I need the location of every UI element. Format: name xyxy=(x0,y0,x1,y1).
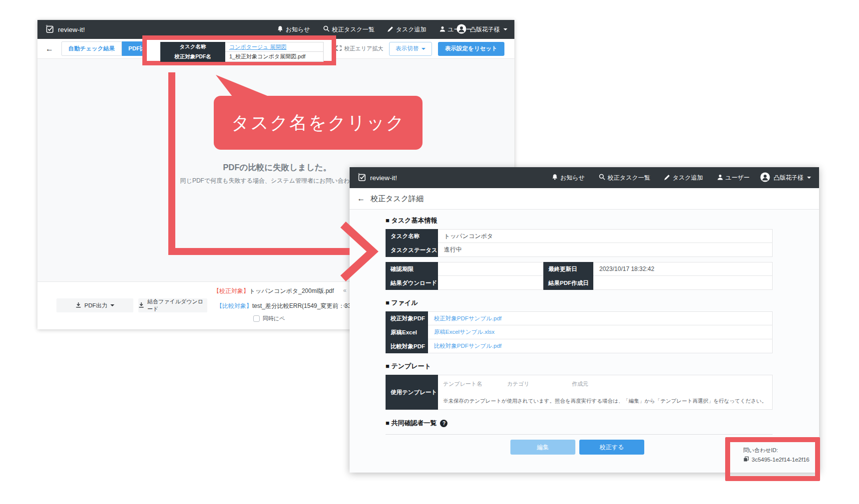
nav-menu: お知らせ 校正タスク一覧 タスク追加 ユーザー xyxy=(552,174,750,182)
action-buttons: 編集 校正する xyxy=(386,440,773,455)
popup-task-name-label: タスク名称 xyxy=(160,42,225,52)
sync-page-label: 同時にペ xyxy=(263,315,285,322)
deadline-value xyxy=(438,262,543,276)
account-name: 凸版花子様 xyxy=(774,174,804,182)
compare-pdf-link[interactable]: 比較対象PDFサンプル.pdf xyxy=(434,342,501,350)
section-template-heading: ■ テンプレート xyxy=(386,362,819,371)
pencil-icon xyxy=(664,174,670,182)
manuscript-excel-link[interactable]: 原稿Excelサンプル.xlsx xyxy=(434,328,494,336)
file-cell: 原稿Excelサンプル.xlsx xyxy=(428,325,773,339)
expand-icon xyxy=(336,45,342,52)
table-gap xyxy=(386,257,819,262)
file-cell: 比較対象PDFサンプル.pdf xyxy=(428,339,773,353)
task-status-value: 進行中 xyxy=(438,243,773,257)
section-divider xyxy=(386,434,773,435)
user-icon xyxy=(717,174,723,182)
avatar-icon xyxy=(760,172,770,184)
template-detail-cell: テンプレート名 カテゴリ 作成元 ※未保存のテンプレートが使用されています。照合… xyxy=(438,375,773,410)
nav-item-task-list[interactable]: 校正タスク一覧 xyxy=(323,25,375,34)
section-basic-heading: ■ タスク基本情報 xyxy=(386,216,819,225)
section-reviewers-heading: ■ 共同確認者一覧 xyxy=(386,419,436,428)
collapse-toggle[interactable]: « xyxy=(343,302,347,309)
deadline-label: 確認期限 xyxy=(386,262,438,276)
back-arrow-button[interactable]: ← xyxy=(45,44,53,53)
result-date-label: 結果PDF作成日 xyxy=(543,276,593,290)
toolbar-right-group: 校正エリア拡大 表示切替 表示設定をリセット xyxy=(336,42,504,56)
updated-value: 2023/10/17 18:32:42 xyxy=(593,262,773,276)
download-icon xyxy=(138,302,144,309)
result-download-label: 結果ダウンロード xyxy=(386,276,438,290)
task-popup-table: タスク名称 コンポタージュ 展開図 校正対象PDF名 1_校正対象コンポタ展開図… xyxy=(160,42,324,62)
table-row: 確認期限 最終更新日 2023/10/17 18:32:42 xyxy=(386,262,819,276)
brand-logo[interactable]: review-it! xyxy=(45,24,85,35)
template-col-category: カテゴリ xyxy=(507,380,529,388)
nav-item-task-add[interactable]: タスク追加 xyxy=(388,25,427,34)
account-menu[interactable]: 凸版花子様 xyxy=(456,24,507,35)
compare-tag: 【比較対象】 xyxy=(216,302,252,309)
search-icon xyxy=(599,174,605,182)
result-date-value xyxy=(593,276,773,290)
table-row: 比較対象PDF 比較対象PDFサンプル.pdf xyxy=(386,339,819,353)
proof-pdf-link[interactable]: 校正対象PDFサンプル.pdf xyxy=(434,315,501,322)
compare-pdf-label: 比較対象PDF xyxy=(386,339,428,353)
pencil-icon xyxy=(388,26,394,33)
window-task-detail: review-it! お知らせ 校正タスク一覧 タスク追加 ユーザー xyxy=(350,167,819,473)
template-note: ※未保存のテンプレートが使用されています。照合を再度実行する場合は、「編集」から… xyxy=(443,398,767,405)
chevron-down-icon xyxy=(110,304,114,306)
screenshot-canvas: review-it! お知らせ 校正タスク一覧 タスク追加 ユーザー xyxy=(0,0,859,504)
chevron-down-icon xyxy=(807,177,811,179)
nav-item-notice[interactable]: お知らせ xyxy=(277,25,310,34)
nav-item-task-list[interactable]: 校正タスク一覧 xyxy=(599,174,650,182)
popup-pdf-name-value: 1_校正対象コンポタ展開図.pdf xyxy=(225,52,324,62)
nav-item-users[interactable]: ユーザー xyxy=(717,174,750,182)
compare-file-line: 【比較対象】test_差分比較ERR(1549_変更前：33176-5... xyxy=(216,302,372,310)
page-header: ← 校正タスク詳細 xyxy=(350,188,819,210)
account-name: 凸版花子様 xyxy=(470,25,500,34)
nav-item-notice[interactable]: お知らせ xyxy=(552,174,585,182)
table-row: タスク名称 コンポタージュ 展開図 xyxy=(160,42,324,52)
table-row: 結果ダウンロード 結果PDF作成日 xyxy=(386,276,819,290)
download-icon xyxy=(75,302,81,309)
task-detail-content: ■ タスク基本情報 タスク名称 トッパンコンポタ タスクステータス 進行中 確認… xyxy=(350,210,819,473)
basic-info-table: タスク名称 トッパンコンポタ タスクステータス 進行中 確認期限 最終更新日 2… xyxy=(386,229,819,290)
account-menu[interactable]: 凸版花子様 xyxy=(760,172,811,184)
sync-page-checkline: 同時にペ xyxy=(253,315,285,322)
sync-page-checkbox[interactable] xyxy=(253,315,260,322)
task-name-label: タスク名称 xyxy=(386,229,438,243)
nav-menu: お知らせ 校正タスク一覧 タスク追加 ユーザー xyxy=(277,25,472,34)
bell-icon xyxy=(552,174,558,182)
template-col-creator: 作成元 xyxy=(572,380,588,388)
nav-item-task-add[interactable]: タスク追加 xyxy=(664,174,703,182)
tab-auto-check[interactable]: 自動チェック結果 xyxy=(61,41,122,56)
merge-download-button[interactable]: 結合ファイルダウンロード xyxy=(138,298,207,312)
display-toggle-button[interactable]: 表示切替 xyxy=(389,42,432,56)
section-reviewers: ■ 共同確認者一覧 ? xyxy=(386,419,819,428)
file-cell: 校正対象PDFサンプル.pdf xyxy=(428,311,773,325)
table-row: 校正対象PDF名 1_校正対象コンポタ展開図.pdf xyxy=(160,52,324,62)
expand-area-button[interactable]: 校正エリア拡大 xyxy=(336,45,383,52)
template-table: 使用テンプレート テンプレート名 カテゴリ 作成元 ※未保存のテンプレートが使用… xyxy=(386,375,819,410)
top-navbar: review-it! お知らせ 校正タスク一覧 タスク追加 ユーザー xyxy=(350,167,819,188)
table-row: タスクステータス 進行中 xyxy=(386,243,819,257)
search-icon xyxy=(323,25,330,33)
files-table: 校正対象PDF 校正対象PDFサンプル.pdf 原稿Excel 原稿Excelサ… xyxy=(386,311,819,353)
table-row: タスク名称 トッパンコンポタ xyxy=(386,229,819,243)
task-name-link[interactable]: コンポタージュ 展開図 xyxy=(229,43,287,51)
popup-pdf-name-label: 校正対象PDF名 xyxy=(160,52,225,62)
used-template-label: 使用テンプレート xyxy=(386,375,438,410)
chevron-down-icon xyxy=(422,48,426,50)
annotation-arrow xyxy=(165,70,385,289)
updated-label: 最終更新日 xyxy=(543,262,593,276)
proofread-button[interactable]: 校正する xyxy=(579,440,644,455)
help-icon[interactable]: ? xyxy=(440,420,447,427)
edit-button[interactable]: 編集 xyxy=(510,440,575,455)
pdf-output-button[interactable]: PDF出力 xyxy=(56,298,133,312)
section-files-heading: ■ ファイル xyxy=(386,298,819,307)
avatar-icon xyxy=(456,24,466,35)
table-row: 校正対象PDF 校正対象PDFサンプル.pdf xyxy=(386,311,819,325)
task-name-value: トッパンコンポタ xyxy=(438,229,773,243)
chevron-down-icon xyxy=(503,28,507,30)
reset-display-button[interactable]: 表示設定をリセット xyxy=(438,42,504,56)
highlight-rect-inquiry-id xyxy=(725,437,820,481)
template-col-name: テンプレート名 xyxy=(443,380,482,388)
